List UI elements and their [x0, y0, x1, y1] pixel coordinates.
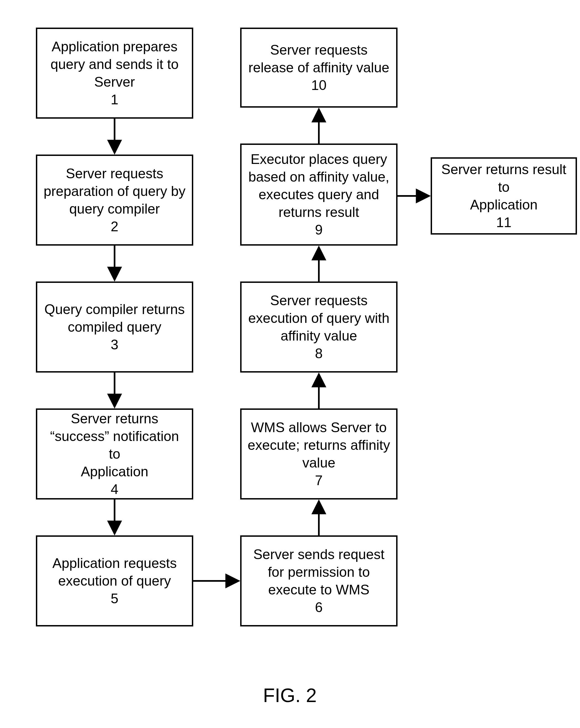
step-6-label: Server sends request for permission to e… — [253, 546, 384, 616]
step-10: Server requests release of affinity valu… — [240, 28, 398, 108]
step-10-label: Server requests release of affinity valu… — [249, 41, 389, 94]
step-6: Server sends request for permission to e… — [240, 536, 398, 626]
step-4-label: Server returns “success” notification to… — [43, 410, 186, 498]
figure-caption: FIG. 2 — [249, 684, 331, 706]
step-11-label: Server returns result to Application 11 — [437, 161, 570, 231]
step-2-label: Server requests preparation of query by … — [44, 165, 185, 235]
step-3-label: Query compiler returns compiled query 3 — [45, 301, 185, 354]
step-11: Server returns result to Application 11 — [431, 157, 577, 235]
step-8: Server requests execution of query with … — [240, 282, 398, 372]
step-8-label: Server requests execution of query with … — [248, 292, 389, 362]
step-2: Server requests preparation of query by … — [36, 155, 193, 245]
step-5-label: Application requests execution of query … — [52, 554, 177, 607]
step-7: WMS allows Server to execute; returns af… — [240, 409, 398, 499]
step-1-label: Application prepares query and sends it … — [51, 38, 179, 108]
step-1: Application prepares query and sends it … — [36, 28, 193, 119]
step-7-label: WMS allows Server to execute; returns af… — [248, 419, 390, 489]
step-5: Application requests execution of query … — [36, 536, 193, 626]
step-4: Server returns “success” notification to… — [36, 409, 193, 499]
step-9: Executor places query based on affinity … — [240, 144, 398, 245]
step-3: Query compiler returns compiled query 3 — [36, 282, 193, 372]
flowchart-canvas: Application prepares query and sends it … — [0, 0, 580, 728]
step-9-label: Executor places query based on affinity … — [249, 150, 389, 239]
